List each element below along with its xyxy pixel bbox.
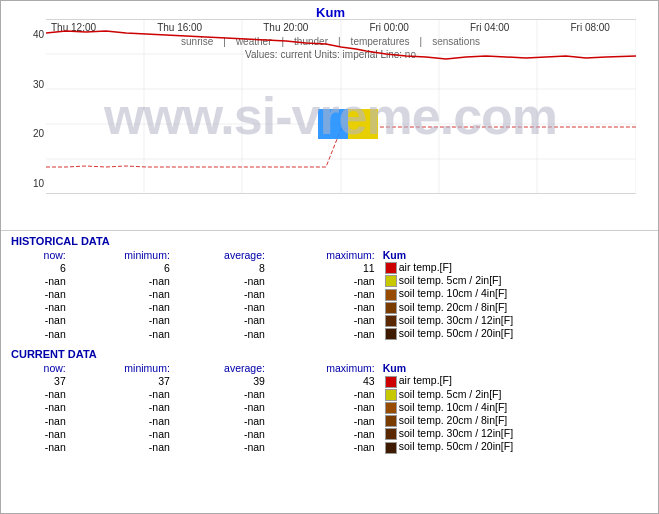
color-indicator [385,442,397,454]
color-indicator [385,328,397,340]
color-indicator [385,315,397,327]
chart-title: Kum [1,1,659,20]
chart-area: Kum www.si-vreme.com 40 30 20 10 [1,1,659,231]
current-title: CURRENT DATA [11,348,648,360]
color-indicator [385,376,397,388]
svg-marker-13 [348,109,378,139]
color-indicator [385,428,397,440]
historical-header-row: now: minimum: average: maximum: Kum [11,249,648,261]
table-row: -nan-nan-nan-nansoil temp. 10cm / 4in[F] [11,401,648,414]
color-indicator [385,389,397,401]
historical-table: now: minimum: average: maximum: Kum 6681… [11,249,648,340]
table-row: -nan-nan-nan-nansoil temp. 20cm / 8in[F] [11,301,648,314]
current-table: now: minimum: average: maximum: Kum 3737… [11,362,648,453]
table-row: -nan-nan-nan-nansoil temp. 5cm / 2in[F] [11,274,648,287]
color-indicator [385,289,397,301]
table-row: -nan-nan-nan-nansoil temp. 5cm / 2in[F] [11,388,648,401]
color-indicator [385,415,397,427]
historical-title: HISTORICAL DATA [11,235,648,247]
historical-section: HISTORICAL DATA now: minimum: average: m… [1,231,658,342]
color-indicator [385,262,397,274]
current-header-row: now: minimum: average: maximum: Kum [11,362,648,374]
table-row: 66811air temp.[F] [11,261,648,274]
color-indicator [385,275,397,287]
color-indicator [385,402,397,414]
table-row: -nan-nan-nan-nansoil temp. 30cm / 12in[F… [11,314,648,327]
table-row: -nan-nan-nan-nansoil temp. 50cm / 20in[F… [11,327,648,340]
table-row: -nan-nan-nan-nansoil temp. 50cm / 20in[F… [11,440,648,453]
table-row: 37373943air temp.[F] [11,374,648,387]
chart-svg [46,19,636,194]
table-row: -nan-nan-nan-nansoil temp. 30cm / 12in[F… [11,427,648,440]
current-section: CURRENT DATA now: minimum: average: maxi… [1,344,658,455]
y-axis: 40 30 20 10 [6,29,44,189]
svg-rect-12 [318,109,348,139]
color-indicator [385,302,397,314]
table-row: -nan-nan-nan-nansoil temp. 20cm / 8in[F] [11,414,648,427]
table-row: -nan-nan-nan-nansoil temp. 10cm / 4in[F] [11,287,648,300]
